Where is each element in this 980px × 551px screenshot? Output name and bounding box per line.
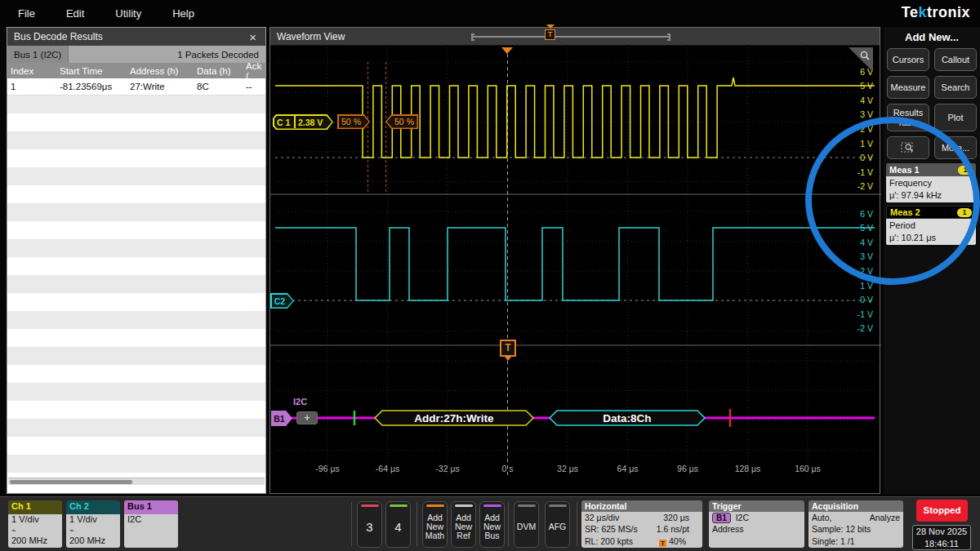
datetime-display[interactable]: 28 Nov 2025 18:46:11 (912, 525, 971, 550)
empty-row (7, 167, 265, 185)
acquisition-panel[interactable]: Acquisition Auto,Analyze Sample: 12 bits… (808, 500, 903, 548)
button-label: DVM (517, 507, 536, 547)
button-label: 3 (366, 507, 372, 547)
cell-address: 27:Write (128, 82, 195, 91)
acq-analyze: Analyze (870, 512, 900, 523)
trigger-level-tag-1: 50 % (337, 114, 370, 129)
channel-settings: 1 V/div⌁200 MHz (8, 514, 62, 548)
time-axis-label: 128 μs (735, 464, 761, 473)
bus-expand-button[interactable]: + (296, 411, 318, 424)
horizontal-overview-slider[interactable] (471, 36, 670, 42)
voltage-axis-label: 2 V (860, 124, 873, 134)
results-table-button[interactable]: Results Table (887, 104, 929, 131)
trigger-panel[interactable]: Trigger B1 I2C Address (709, 500, 804, 548)
voltage-axis-label: 3 V (860, 109, 873, 119)
bus1-label: B1 (271, 411, 292, 426)
empty-row (7, 239, 265, 257)
voltage-axis-label: 1 V (860, 281, 873, 291)
cell-ack: -- (244, 82, 265, 91)
bus-type-label: I2C (293, 397, 307, 407)
overview-right-bracket (667, 33, 670, 41)
empty-row (7, 401, 265, 419)
meas1-title: Meas 1 (889, 165, 920, 175)
meas2-badge[interactable]: Meas 2 1 Period μ': 10.21 μs (886, 206, 976, 245)
horizontal-title: Horizontal (581, 500, 702, 512)
measure-button[interactable]: Measure (887, 76, 929, 99)
horizontal-scrollbar[interactable] (8, 478, 265, 485)
cell-data: 8C (195, 82, 244, 91)
col-start-time: Start Time (58, 66, 128, 76)
voltage-axis-label: 2 V (860, 266, 873, 276)
more-button[interactable]: More... (934, 136, 977, 159)
close-icon[interactable]: × (247, 31, 259, 43)
meas1-badge[interactable]: Meas 1 1 Frequency μ': 97.94 kHz (886, 163, 976, 202)
callout-button[interactable]: Callout (934, 48, 977, 71)
time-axis-label: -96 μs (315, 464, 339, 473)
voltage-axis-label: -1 V (858, 309, 873, 319)
channel-name: Ch 2 (66, 500, 120, 514)
settings-bar: Ch 11 V/div⌁200 MHzCh 21 V/div⌁200 MHzBu… (0, 496, 980, 551)
bus-decode-tab-bar: Bus 1 (I2C) 1 Packets Decoded (7, 46, 265, 63)
afg-button[interactable]: AFG (545, 501, 570, 548)
overview-trigger-flag[interactable]: T (545, 29, 555, 40)
trigger-time-marker[interactable]: T (500, 340, 516, 357)
add-new-ref-button[interactable]: Add New Ref (451, 501, 476, 548)
channel-4-button[interactable]: 4 (385, 501, 411, 548)
cursors-button[interactable]: Cursors (887, 48, 929, 71)
badge-ch2[interactable]: Ch 21 V/div⌁200 MHz (66, 500, 120, 548)
empty-row (7, 365, 265, 383)
empty-row (7, 257, 265, 275)
scrollbar-thumb[interactable] (10, 480, 132, 484)
packets-decoded-label: 1 Packets Decoded (69, 50, 265, 60)
col-ack: Ack ( (244, 61, 265, 81)
empty-row (7, 149, 265, 167)
meas1-value: μ': 97.94 kHz (889, 189, 973, 202)
bus1-handle[interactable]: B1 (271, 411, 292, 426)
waveform-canvas[interactable]: Addr:27h:WriteData:8Ch-96 μs-64 μs-32 μs… (270, 28, 881, 495)
badge-bus1[interactable]: Bus 1I2C (124, 500, 178, 548)
plot-button[interactable]: Plot (934, 104, 977, 131)
table-row[interactable]: 1 -81.23569μs 27:Write 8C -- (7, 78, 265, 96)
search-button[interactable]: Search (934, 76, 977, 99)
channel-name: Ch 1 (8, 500, 62, 514)
trigger-position-arrow-icon[interactable] (501, 47, 513, 54)
channel1-level-value: 2.38 V (298, 114, 323, 130)
meas2-value: μ': 10.21 μs (889, 232, 973, 244)
add-new-math-button[interactable]: Add New Math (422, 501, 448, 548)
trigger-source-badge: B1 (712, 513, 731, 523)
voltage-axis-label: -2 V (858, 181, 873, 191)
sample-interval: 1.6 ns/pt (657, 523, 699, 535)
voltage-axis-label: 5 V (860, 223, 873, 233)
channel-settings: I2C (124, 514, 178, 548)
menu-bar: File Edit Utility Help Tektronix (0, 0, 980, 27)
horizontal-window: 320 μs (663, 512, 699, 523)
time-axis-label: 0 s (501, 464, 513, 473)
voltage-axis-label: 0 V (860, 153, 873, 162)
run-stop-button[interactable]: Stopped (916, 500, 968, 522)
oscilloscope-screen: File Edit Utility Help Tektronix Bus Dec… (0, 0, 980, 551)
voltage-axis-label: -2 V (858, 323, 873, 333)
empty-row (7, 383, 265, 401)
add-new-bus-button[interactable]: Add New Bus (479, 501, 505, 548)
channel1-handle[interactable]: C 1 2.38 V (273, 114, 333, 130)
tab-bus1-i2c[interactable]: Bus 1 (I2C) (7, 46, 69, 63)
table-header-row: Index Start Time Address (h) Data (h) Ac… (7, 63, 265, 78)
overview-left-bracket (471, 33, 474, 41)
acq-mode: Auto, (812, 512, 832, 523)
col-index: Index (7, 66, 58, 76)
menu-utility[interactable]: Utility (102, 7, 154, 20)
menu-help[interactable]: Help (159, 7, 207, 20)
empty-row (7, 311, 265, 329)
channel2-handle[interactable]: C2 (270, 293, 294, 309)
horizontal-panel[interactable]: Horizontal 32 μs/div320 μs SR: 625 MS/s1… (581, 500, 702, 548)
meas1-source-pill: 1 (958, 166, 973, 175)
empty-row (7, 419, 265, 437)
menu-edit[interactable]: Edit (53, 7, 97, 20)
channel-3-button[interactable]: 3 (357, 501, 382, 548)
channel2-label: C2 (270, 293, 294, 309)
dvm-button[interactable]: DVM (514, 501, 539, 548)
bus-decode-label: Addr:27h:Write (414, 412, 494, 424)
menu-file[interactable]: File (5, 7, 48, 20)
badge-ch1[interactable]: Ch 11 V/div⌁200 MHz (8, 500, 62, 548)
zoom-tool-button[interactable] (887, 136, 929, 159)
